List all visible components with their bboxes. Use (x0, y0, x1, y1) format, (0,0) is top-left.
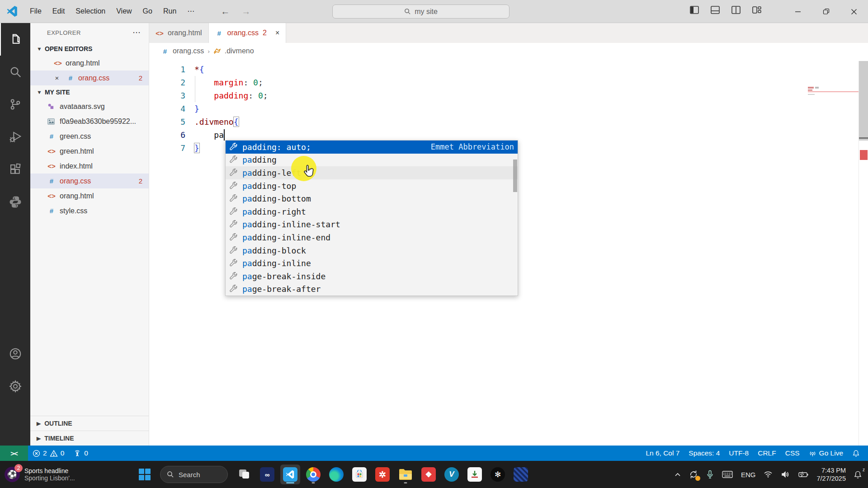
suggestion-padding-left[interactable]: padding-left (226, 166, 518, 179)
source-control-icon[interactable] (0, 88, 30, 121)
suggestion-padding[interactable]: padding (226, 154, 518, 167)
touch-keyboard-icon[interactable] (719, 465, 736, 484)
nav-back-icon[interactable]: ← (221, 6, 230, 17)
close-editor-icon[interactable]: × (53, 74, 61, 82)
taskbar-search[interactable]: Search (160, 466, 228, 483)
taskbar-app-edge[interactable] (326, 465, 346, 484)
taskbar-app-vscode[interactable] (280, 465, 300, 484)
taskbar-app-blue-pixel-app[interactable] (511, 465, 531, 484)
search-view-icon[interactable] (0, 56, 30, 88)
file-green.html[interactable]: <> green.html (30, 144, 149, 159)
breadcrumb-file[interactable]: orang.css (173, 47, 204, 55)
file-f0a9eab3630be95922...[interactable]: f0a9eab3630be95922... (30, 114, 149, 129)
popup-scrollbar-thumb[interactable] (513, 160, 517, 192)
start-button[interactable] (135, 465, 155, 484)
code-line-3[interactable]: padding: 0; (194, 89, 268, 102)
menu-more[interactable]: ⋯ (182, 4, 200, 19)
outline-section[interactable]: ▶ OUTLINE (30, 416, 149, 431)
tab-orang.css[interactable]: # orang.css 2 × (209, 23, 287, 43)
menu-file[interactable]: File (24, 4, 47, 19)
suggestion-paddingauto[interactable]: padding: auto; Emmet Abbreviation (226, 141, 518, 154)
file-orang.html[interactable]: <> orang.html (30, 188, 149, 203)
sync-icon[interactable] (686, 465, 701, 484)
taskbar-app-chrome[interactable] (303, 465, 323, 484)
folder-header[interactable]: ▼ MY SITE (30, 85, 149, 99)
minimize-button[interactable] (784, 0, 812, 23)
suggestion-padding-right[interactable]: padding-right (226, 205, 518, 218)
suggestion-padding-inline[interactable]: padding-inline (226, 257, 518, 270)
python-extension-icon[interactable] (0, 186, 30, 218)
file-green.css[interactable]: # green.css (30, 129, 149, 144)
file-index.html[interactable]: <> index.html (30, 159, 149, 174)
go-live-button[interactable]: Go Live (804, 446, 848, 461)
clock[interactable]: 7:43 PM 7/27/2025 (814, 466, 849, 483)
close-tab-icon[interactable]: × (275, 29, 279, 37)
open-editor-orang.html[interactable]: <> orang.html (30, 56, 149, 70)
open-editors-header[interactable]: ▼ OPEN EDITORS (30, 42, 149, 56)
language-indicator[interactable]: CSS (781, 446, 804, 461)
code-line-1[interactable]: *{ (194, 63, 204, 76)
notification-bell-icon[interactable]: z (850, 465, 865, 484)
extensions-icon[interactable] (0, 153, 30, 186)
encoding-indicator[interactable]: UTF-8 (724, 446, 753, 461)
wifi-icon[interactable] (760, 465, 776, 484)
taskbar-app-download-manager[interactable] (465, 465, 485, 484)
suggestion-padding-block[interactable]: padding-block (226, 244, 518, 257)
eol-indicator[interactable]: CRLF (753, 446, 780, 461)
file-orang.css[interactable]: # orang.css 2 (30, 174, 149, 188)
menu-go[interactable]: Go (137, 4, 158, 19)
file-avataaars.svg[interactable]: avataaars.svg (30, 99, 149, 114)
remote-indicator[interactable]: >< (0, 446, 28, 461)
scrollbar[interactable] (859, 61, 868, 446)
suggestion-page-break-after[interactable]: page-break-after (226, 283, 518, 296)
microphone-icon[interactable] (703, 465, 717, 484)
taskbar-app-task-view[interactable] (234, 465, 254, 484)
explorer-icon[interactable] (0, 23, 30, 56)
suggestion-padding-inline-start[interactable]: padding-inline-start (226, 218, 518, 231)
suggestion-page-break-inside[interactable]: page-break-inside (226, 270, 518, 283)
hidden-icons-chevron[interactable] (671, 465, 684, 484)
taskbar-app-red-diamond-app[interactable]: ❖ (419, 465, 439, 484)
timeline-section[interactable]: ▶ TIMELINE (30, 431, 149, 446)
menu-run[interactable]: Run (158, 4, 182, 19)
code-line-2[interactable]: margin: 0; (194, 76, 263, 89)
taskbar-app-file-explorer[interactable] (396, 465, 415, 484)
taskbar-app-v-circle-app[interactable]: V (442, 465, 462, 484)
notifications-bell-icon[interactable] (848, 446, 864, 461)
indentation-indicator[interactable]: Spaces: 4 (684, 446, 724, 461)
code-line-4[interactable]: } (194, 102, 199, 115)
breadcrumb[interactable]: # orang.css › .divmeno (149, 43, 868, 59)
breadcrumb-symbol[interactable]: .divmeno (225, 47, 254, 55)
line-col-indicator[interactable]: Ln 6, Col 7 (641, 446, 684, 461)
nav-forward-icon[interactable]: → (241, 6, 250, 17)
menu-edit[interactable]: Edit (47, 4, 71, 19)
battery-icon[interactable] (795, 465, 812, 484)
suggestion-padding-inline-end[interactable]: padding-inline-end (226, 231, 518, 244)
taskbar-app-visual-studio[interactable]: ∞ (257, 465, 277, 484)
customize-layout-icon[interactable] (752, 5, 762, 15)
problems-indicator[interactable]: 2 0 (28, 446, 69, 461)
suggestion-padding-top[interactable]: padding-top (226, 179, 518, 192)
language-indicator[interactable]: ENG (738, 465, 759, 484)
suggestion-padding-bottom[interactable]: padding-bottom (226, 192, 518, 205)
code-line-6[interactable]: pa (194, 128, 224, 141)
toggle-sidebar-icon[interactable] (689, 5, 699, 15)
volume-icon[interactable] (778, 465, 793, 484)
open-editor-orang.css[interactable]: × # orang.css 2 (30, 70, 149, 85)
taskbar-app-microsoft-store[interactable] (349, 465, 369, 484)
close-button[interactable] (840, 0, 868, 23)
restore-button[interactable] (812, 0, 840, 23)
command-center-search[interactable]: my site (332, 5, 509, 19)
weather-widget[interactable]: ⚽ 2 Sports headline Sporting Lisbon'... (5, 467, 122, 482)
menu-view[interactable]: View (111, 4, 137, 19)
tab-orang.html[interactable]: <> orang.html (149, 23, 209, 43)
menu-selection[interactable]: Selection (70, 4, 111, 19)
toggle-panel-icon[interactable] (710, 5, 720, 15)
file-style.css[interactable]: # style.css (30, 203, 149, 218)
code-line-5[interactable]: .divmeno{ (194, 115, 239, 128)
run-debug-icon[interactable] (0, 121, 30, 153)
code-line-7[interactable]: } (194, 141, 199, 155)
taskbar-app-red-star-app[interactable]: ✲ (373, 465, 392, 484)
settings-gear-icon[interactable] (0, 370, 30, 403)
taskbar-app-chatgpt[interactable]: ✻ (488, 465, 508, 484)
